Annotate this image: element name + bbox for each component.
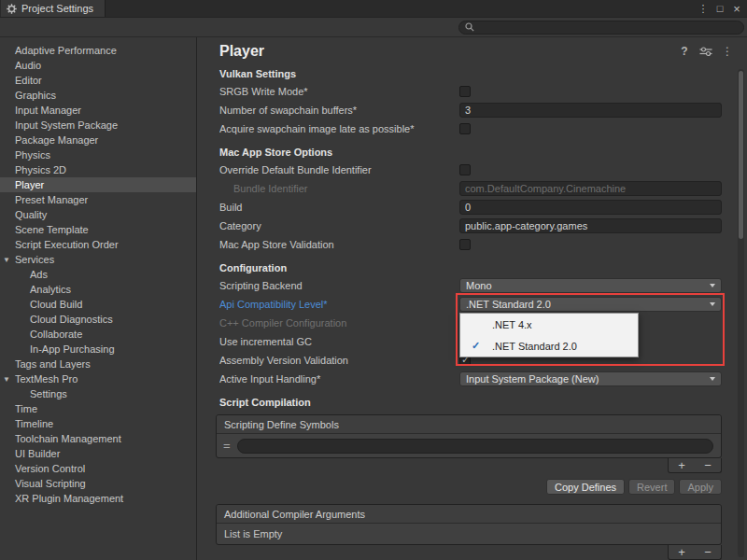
setting-label: Assembly Version Validation	[219, 355, 459, 366]
sidebar-item-toolchain-management[interactable]: Toolchain Management	[0, 431, 196, 446]
scrollbar-thumb[interactable]	[739, 71, 743, 239]
setting-row-api-compatibility-level: Api Compatibility Level* .NET Standard 2…	[197, 295, 747, 314]
sidebar-item-quality[interactable]: Quality	[0, 207, 196, 222]
copy-defines-button[interactable]: Copy Defines	[546, 479, 625, 495]
sidebar-item-label: Settings	[30, 388, 67, 399]
add-define-button[interactable]: +	[674, 459, 689, 471]
srgb-write-mode-checkbox[interactable]	[459, 86, 471, 97]
search-input[interactable]	[478, 21, 738, 34]
sidebar-item-label: Collaborate	[30, 329, 82, 340]
help-icon[interactable]	[678, 45, 691, 58]
compiler-arguments-empty-label: List is Empty	[217, 524, 721, 544]
sidebar-item-xr-plugin-management[interactable]: XR Plugin Management	[0, 491, 196, 506]
dropdown-value: Input System Package (New)	[466, 373, 599, 385]
player-settings-panel: Player Vulkan Settings SRGB Write Mode*	[197, 37, 747, 560]
active-input-handling-dropdown[interactable]: Input System Package (New)	[459, 371, 722, 386]
sidebar-item-label: Visual Scripting	[15, 478, 86, 489]
setting-row-mac-app-store-validation: Mac App Store Validation	[197, 235, 747, 254]
maximize-icon[interactable]	[712, 1, 727, 16]
define-symbol-input[interactable]	[237, 439, 713, 454]
sidebar-item-services[interactable]: Services	[0, 252, 196, 267]
tab-project-settings[interactable]: Project Settings	[1, 0, 106, 17]
menu-item-label: .NET Standard 2.0	[492, 341, 577, 352]
dropdown-value: Mono	[466, 280, 492, 291]
sidebar-item-ui-builder[interactable]: UI Builder	[0, 446, 196, 461]
sidebar-item-label: Adaptive Performance	[15, 45, 117, 56]
sidebar-item-label: In-App Purchasing	[30, 343, 115, 355]
sidebar-item-editor[interactable]: Editor	[0, 73, 196, 88]
sidebar-item-version-control[interactable]: Version Control	[0, 461, 196, 476]
sidebar-item-cloud-diagnostics[interactable]: Cloud Diagnostics	[0, 312, 196, 327]
sidebar-item-timeline[interactable]: Timeline	[0, 416, 196, 431]
menu-item--net-4-x[interactable]: .NET 4.x	[460, 314, 638, 335]
define-actions: Copy Defines Revert Apply	[197, 479, 722, 495]
setting-label: Number of swapchain buffers*	[219, 105, 459, 116]
setting-label: Bundle Identifier	[219, 183, 459, 194]
override-bundle-identifier-checkbox[interactable]	[459, 164, 471, 175]
search-box[interactable]	[458, 21, 744, 35]
sidebar-item-physics[interactable]: Physics	[0, 147, 196, 162]
setting-row-bundle-identifier: Bundle Identifier	[197, 179, 747, 198]
sidebar-item-preset-manager[interactable]: Preset Manager	[0, 192, 196, 207]
mac-app-store-validation-checkbox[interactable]	[459, 239, 471, 250]
sidebar-item-ads[interactable]: Ads	[0, 267, 196, 282]
remove-define-button[interactable]: −	[700, 459, 715, 471]
sidebar-item-script-execution-order[interactable]: Script Execution Order	[0, 237, 196, 252]
setting-row-acquire-swapchain-late: Acquire swapchain image late as possible…	[197, 119, 747, 138]
foldout-triangle-icon[interactable]	[3, 372, 12, 384]
build-input[interactable]	[459, 200, 722, 215]
search-icon	[465, 22, 474, 32]
sidebar-item-visual-scripting[interactable]: Visual Scripting	[0, 476, 196, 491]
sidebar-item-collaborate[interactable]: Collaborate	[0, 327, 196, 342]
window-menu-icon[interactable]	[696, 1, 711, 16]
revert-button[interactable]: Revert	[628, 479, 675, 495]
remove-argument-button[interactable]: −	[700, 546, 715, 558]
additional-compiler-arguments-box: Additional Compiler Arguments List is Em…	[216, 504, 722, 545]
apply-button[interactable]: Apply	[679, 479, 722, 495]
sidebar-item-package-manager[interactable]: Package Manager	[0, 133, 196, 147]
foldout-triangle-icon[interactable]	[3, 253, 12, 264]
section-header-mac-app-store: Mac App Store Options	[197, 144, 747, 161]
page-title: Player	[219, 43, 678, 60]
bundle-identifier-input	[459, 181, 722, 196]
menu-item--net-standard-2-0[interactable]: .NET Standard 2.0	[460, 335, 638, 357]
sidebar-item-physics-2d[interactable]: Physics 2D	[0, 162, 196, 177]
setting-label: Scripting Backend	[219, 280, 459, 291]
sidebar-item-label: Cloud Build	[30, 299, 82, 310]
menu-item-label: .NET 4.x	[492, 319, 532, 330]
sidebar-item-textmesh-pro[interactable]: TextMesh Pro	[0, 371, 196, 386]
sidebar-item-label: UI Builder	[15, 448, 60, 459]
sidebar-item-settings[interactable]: Settings	[0, 386, 196, 401]
swapchain-buffers-input[interactable]	[459, 103, 722, 118]
sidebar-item-label: Ads	[30, 269, 48, 280]
sidebar-item-player[interactable]: Player	[0, 177, 196, 192]
sidebar-item-cloud-build[interactable]: Cloud Build	[0, 297, 196, 312]
presets-icon[interactable]	[699, 46, 712, 57]
sidebar-item-in-app-purchasing[interactable]: In-App Purchasing	[0, 342, 196, 357]
sidebar-item-input-manager[interactable]: Input Manager	[0, 103, 196, 118]
sidebar-item-graphics[interactable]: Graphics	[0, 88, 196, 103]
sidebar-item-audio[interactable]: Audio	[0, 58, 196, 73]
sidebar-item-label: Graphics	[15, 90, 56, 101]
setting-row-override-bundle-identifier: Override Default Bundle Identifier	[197, 161, 747, 179]
acquire-swapchain-late-checkbox[interactable]	[459, 123, 471, 134]
sidebar-item-label: Input Manager	[15, 105, 81, 116]
sidebar-item-label: TextMesh Pro	[15, 373, 78, 385]
more-options-icon[interactable]	[721, 45, 734, 58]
sidebar-item-scene-template[interactable]: Scene Template	[0, 222, 196, 237]
sidebar-item-adaptive-performance[interactable]: Adaptive Performance	[0, 43, 196, 58]
add-argument-button[interactable]: +	[674, 546, 689, 558]
sidebar-item-tags-and-layers[interactable]: Tags and Layers	[0, 357, 196, 371]
close-icon[interactable]	[729, 1, 744, 16]
drag-handle-icon[interactable]	[223, 440, 231, 452]
api-compatibility-dropdown[interactable]: .NET Standard 2.0	[459, 297, 722, 312]
category-input[interactable]	[459, 218, 722, 233]
scripting-backend-dropdown[interactable]: Mono	[459, 278, 722, 293]
sidebar-item-label: Toolchain Management	[15, 433, 121, 444]
sidebar-item-time[interactable]: Time	[0, 401, 196, 416]
sidebar-item-input-system-package[interactable]: Input System Package	[0, 118, 196, 133]
sidebar-item-label: Cloud Diagnostics	[30, 314, 113, 325]
settings-sidebar: Adaptive Performance Audio Editor Graphi…	[0, 37, 197, 560]
sidebar-item-analytics[interactable]: Analytics	[0, 282, 196, 297]
section-header-script-compilation: Script Compilation	[197, 394, 747, 411]
